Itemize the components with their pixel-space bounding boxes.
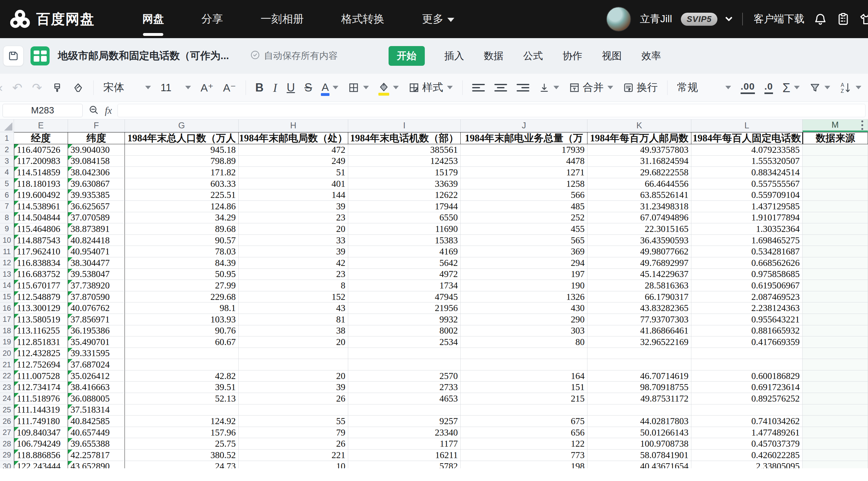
cell[interactable]: 31.23498318 xyxy=(587,201,691,212)
vertical-align-button[interactable] xyxy=(539,82,559,93)
cell[interactable]: 42 xyxy=(239,257,348,269)
cell[interactable]: 290 xyxy=(461,314,587,325)
eraser-icon[interactable] xyxy=(72,82,84,93)
cell[interactable] xyxy=(803,461,868,468)
cell[interactable]: 1271 xyxy=(461,167,587,178)
name-box[interactable]: M283 xyxy=(3,104,83,117)
cell[interactable]: 0.892576252 xyxy=(691,393,803,405)
row-number[interactable]: 25 xyxy=(0,405,14,416)
cell[interactable]: 41.86866461 xyxy=(587,325,691,337)
zoom-search-icon[interactable] xyxy=(88,104,99,117)
filter-button[interactable] xyxy=(809,82,830,93)
cell[interactable]: 0.619506967 xyxy=(691,280,803,291)
underline-button[interactable]: U xyxy=(286,81,295,94)
cell[interactable] xyxy=(803,325,868,337)
row-number[interactable]: 23 xyxy=(0,382,14,393)
row-number[interactable]: 16 xyxy=(0,302,14,314)
cell[interactable]: 0.417669359 xyxy=(691,336,803,348)
row-number[interactable]: 18 xyxy=(0,325,14,337)
cell[interactable]: 40.842585 xyxy=(68,416,125,427)
cell[interactable]: 116.683752 xyxy=(14,269,68,280)
header-cell-K1[interactable]: 1984年每百万人邮局数 xyxy=(587,132,691,144)
cell[interactable]: 43.652890 xyxy=(68,461,125,468)
cell[interactable]: 42.82 xyxy=(125,371,239,382)
cell[interactable]: 116.838834 xyxy=(14,257,68,269)
cell[interactable] xyxy=(239,348,348,359)
row-number[interactable]: 13 xyxy=(0,269,14,280)
row-number[interactable]: 14 xyxy=(0,280,14,291)
cell[interactable] xyxy=(461,359,587,371)
nav-item-分享[interactable]: 分享 xyxy=(202,7,223,31)
row-number[interactable]: 26 xyxy=(0,416,14,427)
cell[interactable]: 11690 xyxy=(348,223,461,235)
cell[interactable]: 656 xyxy=(461,427,587,439)
client-download-link[interactable]: 客户端下载 xyxy=(754,12,804,26)
cell[interactable]: 10 xyxy=(239,461,348,468)
cell[interactable]: 0.457037379 xyxy=(691,438,803,450)
cell[interactable]: 27.99 xyxy=(125,280,239,291)
column-header-I[interactable]: I xyxy=(348,120,461,132)
cell[interactable]: 111.007528 xyxy=(14,371,68,382)
cell[interactable]: 43.83282365 xyxy=(587,302,691,314)
cell[interactable]: 221 xyxy=(239,450,348,461)
cell[interactable]: 26 xyxy=(239,438,348,450)
row-number[interactable]: 12 xyxy=(0,257,14,269)
cell[interactable]: 945.18 xyxy=(125,144,239,156)
baidu-netdisk-logo[interactable]: 百度网盘 xyxy=(9,9,95,29)
cell[interactable]: 16211 xyxy=(348,450,461,461)
cell[interactable]: 5782 xyxy=(348,461,461,468)
row-number[interactable]: 19 xyxy=(0,336,14,348)
row-number[interactable]: 11 xyxy=(0,246,14,257)
cell[interactable]: 1326 xyxy=(461,291,587,303)
cell[interactable]: 4169 xyxy=(348,246,461,257)
cell[interactable]: 38.873891 xyxy=(68,223,125,235)
header-cell-I1[interactable]: 1984年末电话机数（部） xyxy=(348,132,461,144)
column-header-F[interactable]: F xyxy=(68,120,125,132)
decrease-decimal-button[interactable]: .0 xyxy=(765,81,773,94)
cell[interactable]: 798.89 xyxy=(125,156,239,167)
number-format-select[interactable]: 常规 xyxy=(677,81,731,95)
cell[interactable]: 12622 xyxy=(348,189,461,201)
font-color-button[interactable]: A xyxy=(321,81,338,94)
cell[interactable]: 294 xyxy=(461,257,587,269)
cell[interactable]: 124.86 xyxy=(125,201,239,212)
cell[interactable]: 115.670177 xyxy=(14,280,68,291)
cell[interactable]: 23 xyxy=(239,269,348,280)
cell[interactable]: 114.514859 xyxy=(14,167,68,178)
cell[interactable]: 9257 xyxy=(348,416,461,427)
cell[interactable]: 117.962410 xyxy=(14,246,68,257)
cell[interactable]: 84.39 xyxy=(125,257,239,269)
cell[interactable]: 385561 xyxy=(348,144,461,156)
increase-font-button[interactable]: A⁺ xyxy=(200,82,214,93)
cell[interactable]: 98.70918755 xyxy=(587,382,691,393)
cell[interactable]: 0.975858685 xyxy=(691,269,803,280)
cell[interactable]: 38.304477 xyxy=(68,257,125,269)
cell[interactable]: 164 xyxy=(461,371,587,382)
cell[interactable] xyxy=(803,156,868,167)
cell[interactable]: 103.93 xyxy=(125,314,239,325)
cell[interactable]: 20 xyxy=(239,223,348,235)
cell[interactable]: 4653 xyxy=(348,393,461,405)
cell[interactable]: 42.257817 xyxy=(68,450,125,461)
cell[interactable]: 225.51 xyxy=(125,189,239,201)
cell[interactable]: 20 xyxy=(239,336,348,348)
header-cell-F1[interactable]: 纬度 xyxy=(68,132,125,144)
cell[interactable]: 1.477489261 xyxy=(691,427,803,439)
cell[interactable] xyxy=(461,405,587,416)
cell[interactable]: 22.3015165 xyxy=(587,223,691,235)
header-cell-E1[interactable]: 经度 xyxy=(14,132,68,144)
row-number[interactable]: 21 xyxy=(0,359,14,371)
strikethrough-button[interactable]: S xyxy=(304,81,312,94)
cell[interactable]: 369 xyxy=(461,246,587,257)
cell[interactable] xyxy=(348,405,461,416)
undo-icon[interactable]: ↶ xyxy=(12,82,23,94)
cell[interactable]: 106.794249 xyxy=(14,438,68,450)
cell[interactable] xyxy=(803,235,868,246)
cell[interactable]: 197 xyxy=(461,269,587,280)
cell[interactable]: 113.300129 xyxy=(14,302,68,314)
merge-cells-button[interactable]: 合并 xyxy=(569,81,613,95)
cell[interactable]: 40.43671654 xyxy=(587,461,691,468)
column-header-G[interactable]: G xyxy=(125,120,239,132)
column-header-H[interactable]: H xyxy=(239,120,348,132)
row-number[interactable]: 2 xyxy=(0,144,14,156)
